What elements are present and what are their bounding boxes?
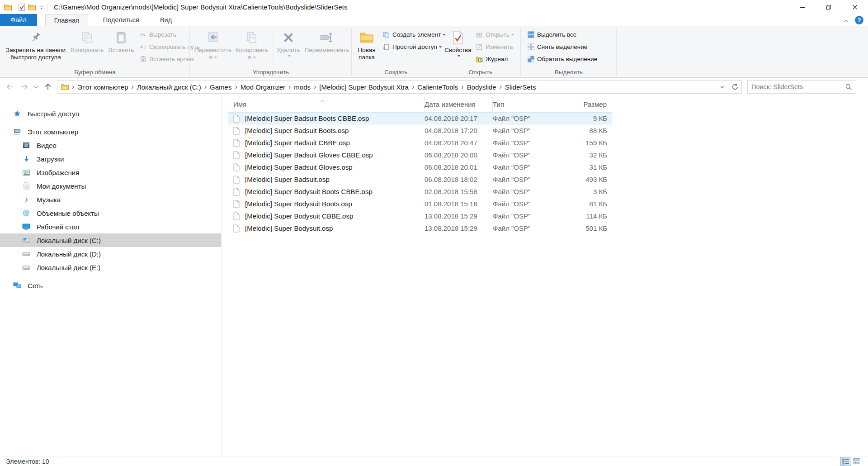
dropdown-arrow-icon [214,57,217,58]
sidebar-item-label: Локальный диск (C:) [37,237,101,244]
up-button[interactable] [41,82,55,91]
file-type: Файл "OSP" [493,224,560,232]
column-header-size[interactable]: Размер [560,96,612,112]
breadcrumb-mod-organizer[interactable]: Mod Organizer [241,83,285,91]
navigation-pane: Быстрый доступ Этот компьютер Видео Загр… [0,96,222,456]
sidebar-item-quick-access[interactable]: Быстрый доступ [0,107,221,120]
sidebar-item-local-disk-e[interactable]: Локальный диск (E:) [0,261,221,274]
breadcrumb-slidersets[interactable]: SliderSets [505,83,536,91]
select-none-button[interactable]: Снять выделение [524,41,599,53]
tab-home[interactable]: Главная [45,14,88,26]
tab-view[interactable]: Вид [151,14,180,26]
file-row[interactable]: [Melodic] Super Badsuit Boots CBBE.osp 0… [228,112,612,124]
copy-button[interactable]: Копировать [69,27,106,67]
ribbon-group-select: Выделить все Снять выделение Обратить вы… [521,26,617,77]
rename-button[interactable]: Переименовать [302,27,351,67]
details-view-button[interactable] [840,457,851,466]
sidebar-item-3d-objects[interactable]: Объемные объекты [0,206,221,220]
refresh-button[interactable] [729,81,741,93]
cube-3d-icon [22,209,31,217]
sidebar-item-documents[interactable]: Мои документы [0,179,221,193]
file-size: 501 КБ [560,224,612,232]
breadcrumb-bodyslide[interactable]: Bodyslide [467,83,496,91]
new-folder-label-line1: Новая [358,47,375,54]
breadcrumb-games[interactable]: Games [210,83,231,91]
recent-locations-button[interactable] [32,86,41,89]
copy-to-button[interactable]: Копировать в [232,27,271,67]
sidebar-item-music[interactable]: ♪ Музыка [0,193,221,206]
ribbon-tab-bar: Файл Главная Поделиться Вид ? [0,14,868,26]
easy-access-button[interactable]: Простой доступ [380,41,448,53]
file-row[interactable]: [Melodic] Super Badsuit CBBE.osp 04.08.2… [228,137,612,149]
invert-selection-button[interactable]: Обратить выделение [524,53,599,65]
file-size: 88 КБ [560,127,612,134]
sidebar-item-local-disk-d[interactable]: Локальный диск (D:) [0,247,221,261]
close-button[interactable] [842,0,868,14]
help-button[interactable]: ? [855,16,863,24]
file-row[interactable]: [Melodic] Super Badsuit Gloves CBBE.osp … [228,149,612,161]
copy-to-icon [245,29,258,46]
breadcrumb-this-pc[interactable]: Этот компьютер [77,83,128,91]
pin-to-quick-access-button[interactable]: Закрепить на панели быстрого доступа [3,27,69,67]
qat-customize-button[interactable] [39,5,44,10]
column-header-date[interactable]: Дата изменения [425,96,493,112]
open-button[interactable]: Открыть [473,29,516,41]
forward-button[interactable] [17,82,32,91]
qat-new-folder-button[interactable] [28,4,36,10]
sidebar-item-downloads[interactable]: Загрузки [0,152,221,166]
file-size: 493 КБ [560,176,612,183]
file-row[interactable]: [Melodic] Super Badsuit Boots.osp 04.08.… [228,124,612,137]
breadcrumb-calientetools[interactable]: CalienteTools [417,83,458,91]
tab-file[interactable]: Файл [0,14,37,26]
file-icon [233,163,241,171]
breadcrumb-local-disk-c[interactable]: Локальный диск (C:) [137,83,201,91]
file-row[interactable]: [Melodic] Super Bodysuit Boots.osp 01.08… [228,198,612,210]
group-label-organize: Упорядочить [190,68,352,77]
file-name: [Melodic] Super Bodysuit Boots CBBE.osp [245,188,373,195]
sidebar-item-pictures[interactable]: Изображения [0,166,221,179]
edit-button[interactable]: Изменить [473,41,516,53]
sidebar-item-videos[interactable]: Видео [0,138,221,152]
file-name: [Melodic] Super Bodysuit Boots.osp [245,200,352,208]
search-input[interactable] [751,83,845,90]
dropdown-arrow-icon [253,57,256,58]
collapse-ribbon-icon[interactable] [843,16,849,24]
move-to-button[interactable]: Переместить в [193,27,232,67]
new-folder-button[interactable]: Новая папка [354,27,380,67]
invert-selection-icon [527,56,535,62]
back-button[interactable] [3,82,17,91]
sidebar-item-desktop[interactable]: Рабочий стол [0,220,221,233]
minimize-button[interactable] [789,0,816,14]
breadcrumb-mods[interactable]: mods [294,83,311,91]
history-button[interactable]: Журнал [473,53,516,65]
file-row[interactable]: [Melodic] Super Badsuit Gloves.osp 06.08… [228,161,612,173]
file-type: Файл "OSP" [493,176,560,183]
paste-button[interactable]: Вставить [106,27,137,67]
qat-properties-button[interactable] [19,4,25,11]
file-row[interactable]: [Melodic] Super Bodysuit CBBE.osp 13.08.… [228,210,612,222]
thumbnails-view-button[interactable] [851,457,862,466]
file-row[interactable]: [Melodic] Super Bodysuit.osp 13.08.2018 … [228,222,612,234]
column-header-type[interactable]: Тип [493,96,560,112]
properties-icon [453,29,463,46]
tab-share[interactable]: Поделиться [94,14,148,26]
column-header-name[interactable]: Имя [228,96,425,112]
breadcrumb-melodic-super-bodysuit-xtra[interactable]: [Melodic] Super Bodysuit Xtra [319,83,409,91]
file-type: Файл "OSP" [493,200,560,208]
sidebar-item-local-disk-c[interactable]: Локальный диск (C:) [0,233,221,247]
properties-button[interactable]: Свойства [443,27,473,67]
address-history-dropdown[interactable] [716,81,729,93]
paste-label: Вставить [108,47,134,54]
delete-button[interactable]: Удалить [274,27,302,67]
breadcrumb-separator: › [128,83,137,91]
address-bar[interactable]: › Этот компьютер › Локальный диск (C:) ›… [57,80,742,94]
search-box[interactable] [747,80,856,94]
document-icon [22,182,31,190]
file-row[interactable]: [Melodic] Super Badsuit.osp 06.08.2018 1… [228,173,612,185]
file-row[interactable]: [Melodic] Super Bodysuit Boots CBBE.osp … [228,185,612,198]
sidebar-item-this-pc[interactable]: Этот компьютер [0,125,221,138]
select-all-button[interactable]: Выделить все [524,29,599,41]
new-item-button[interactable]: Создать элемент [380,29,448,41]
restore-button[interactable] [816,0,842,14]
sidebar-item-network[interactable]: Сеть [0,279,221,292]
